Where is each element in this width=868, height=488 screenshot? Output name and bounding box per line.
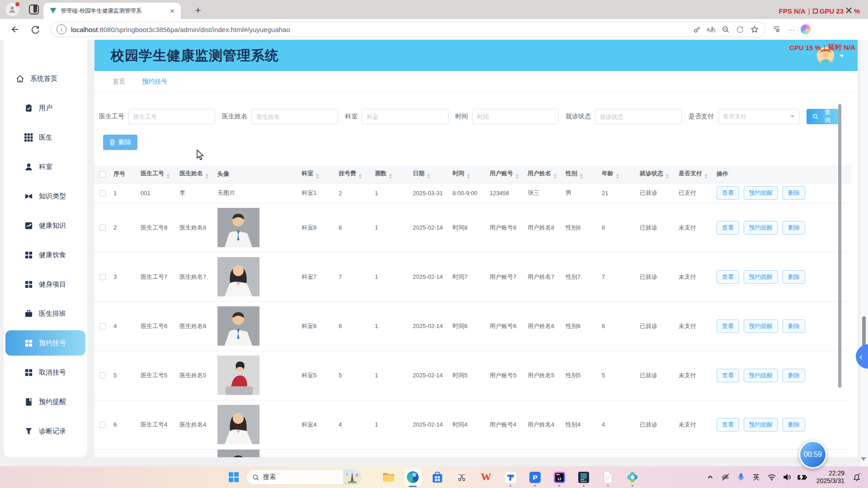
filter-input-科室[interactable] xyxy=(362,109,448,124)
sort-carets-icon[interactable] xyxy=(427,174,430,179)
sidebar-item-取消挂号[interactable]: 取消挂号 xyxy=(4,358,87,387)
row-action-查看[interactable]: 查看 xyxy=(717,270,739,284)
sidebar-item-系统首页[interactable]: 系统首页 xyxy=(4,64,87,94)
sidebar-item-预约挂号[interactable]: 预约挂号 xyxy=(5,330,85,356)
zoom-out-icon[interactable] xyxy=(718,22,733,37)
translate-icon[interactable]: aあ xyxy=(704,22,718,37)
row-checkbox[interactable] xyxy=(99,190,106,197)
column-header-挂号费[interactable]: 挂号费 xyxy=(338,165,374,183)
sort-carets-icon[interactable] xyxy=(616,174,619,179)
tab-close-icon[interactable]: ✕ xyxy=(168,7,176,15)
browser-scrollbar-track[interactable] xyxy=(860,40,868,466)
column-header-日期[interactable]: 日期 xyxy=(412,165,452,183)
filter-input-医生工号[interactable] xyxy=(128,109,215,124)
taskbar-app-document-icon[interactable] xyxy=(596,468,620,487)
sidebar-item-科室[interactable]: 科室 xyxy=(4,152,87,182)
filter-input-时间[interactable] xyxy=(472,109,559,124)
filter-select-是否支付[interactable]: 是否支付 xyxy=(718,109,800,124)
collections-icon[interactable] xyxy=(769,22,784,37)
site-info-icon[interactable]: i xyxy=(57,24,66,34)
row-action-查看[interactable]: 查看 xyxy=(717,186,739,200)
address-bar[interactable]: i localhost:8080/springboot3c3856pa/admi… xyxy=(51,22,766,37)
column-header-科室[interactable]: 科室 xyxy=(301,165,338,183)
taskbar-app-intellij-icon[interactable]: IJ xyxy=(547,468,571,487)
taskbar-app-notes-icon[interactable] xyxy=(571,468,596,487)
sort-carets-icon[interactable] xyxy=(359,174,362,179)
scrollbar-down-arrow-icon[interactable] xyxy=(861,457,866,461)
sidebar-item-诊断记录[interactable]: 诊断记录 xyxy=(4,417,87,446)
sort-carets-icon[interactable] xyxy=(515,174,519,179)
taskbar-app-edge-icon[interactable] xyxy=(401,468,425,487)
wifi-icon[interactable] xyxy=(764,469,779,485)
taskbar-clock[interactable]: 22:29 2025/3/31 xyxy=(816,469,844,485)
taskbar-app-docs-blue-icon[interactable] xyxy=(498,468,523,487)
sort-carets-icon[interactable] xyxy=(389,174,392,179)
floating-timer-bubble[interactable]: 00:59 xyxy=(799,441,827,469)
battery-charging-icon[interactable] xyxy=(795,469,810,485)
search-highlight-image[interactable] xyxy=(343,469,361,485)
password-key-icon[interactable] xyxy=(689,22,704,37)
browser-profile-button[interactable] xyxy=(5,3,19,16)
row-action-预约提醒[interactable]: 预约提醒 xyxy=(744,418,778,432)
row-action-删除[interactable]: 删除 xyxy=(783,270,805,284)
column-header-医生姓名[interactable]: 医生姓名 xyxy=(179,165,217,183)
taskbar-app-presentation-p-icon[interactable]: P xyxy=(523,468,547,487)
url-text[interactable]: localhost:8080/springboot3c3856pa/admin/… xyxy=(71,26,689,33)
browser-tab[interactable]: 管理端-校园学生健康监测管理系 ✕ xyxy=(43,3,181,19)
sort-carets-icon[interactable] xyxy=(580,174,583,179)
row-action-查看[interactable]: 查看 xyxy=(717,418,739,432)
onedrive-paused-icon[interactable] xyxy=(718,469,733,485)
sort-carets-icon[interactable] xyxy=(316,174,319,179)
row-action-预约提醒[interactable]: 预约提醒 xyxy=(744,270,778,284)
start-button[interactable] xyxy=(228,471,240,483)
column-header-性别[interactable]: 性别 xyxy=(565,165,601,183)
row-action-查看[interactable]: 查看 xyxy=(717,221,739,235)
column-header-医生工号[interactable]: 医生工号 xyxy=(140,165,179,183)
new-tab-button[interactable]: + xyxy=(192,4,204,17)
column-header-是否支付[interactable]: 是否支付 xyxy=(678,165,716,183)
row-checkbox[interactable] xyxy=(99,274,106,280)
row-action-删除[interactable]: 删除 xyxy=(783,369,805,382)
row-action-预约提醒[interactable]: 预约提醒 xyxy=(744,369,778,382)
row-action-删除[interactable]: 删除 xyxy=(783,221,805,235)
row-checkbox[interactable] xyxy=(99,422,106,428)
sort-carets-icon[interactable] xyxy=(166,174,170,179)
row-action-删除[interactable]: 删除 xyxy=(783,186,805,200)
row-checkbox[interactable] xyxy=(99,225,106,231)
microphone-icon[interactable] xyxy=(733,469,749,485)
column-header-用户账号[interactable]: 用户账号 xyxy=(489,165,527,183)
taskbar-app-wps-icon[interactable]: W xyxy=(474,468,498,487)
copilot-icon[interactable] xyxy=(798,22,813,37)
avatar-dropdown-caret-icon[interactable] xyxy=(840,55,844,57)
sort-carets-icon[interactable] xyxy=(205,174,209,179)
column-header-用户姓名[interactable]: 用户姓名 xyxy=(527,165,565,183)
content-scrollbar-thumb[interactable] xyxy=(838,104,841,388)
row-action-删除[interactable]: 删除 xyxy=(783,418,805,432)
taskbar-app-snipping-tool-icon[interactable] xyxy=(449,468,474,487)
taskbar-app-microsoft-store-icon[interactable] xyxy=(425,468,449,487)
sidebar-item-医生[interactable]: 医生 xyxy=(4,123,87,152)
filter-input-就诊状态[interactable] xyxy=(595,109,682,124)
tab-activity-icon[interactable] xyxy=(29,5,39,14)
nav-tab-首页[interactable]: 首页 xyxy=(113,78,125,86)
sidebar-item-健身项目[interactable]: 健身项目 xyxy=(4,270,87,299)
bulk-delete-button[interactable]: 删除 xyxy=(103,135,137,150)
sort-carets-icon[interactable] xyxy=(665,174,669,179)
sort-carets-icon[interactable] xyxy=(553,174,557,179)
taskbar-app-whiteboard-flower-icon[interactable] xyxy=(620,468,645,487)
back-icon[interactable] xyxy=(7,22,22,37)
select-all-checkbox[interactable] xyxy=(99,171,106,178)
row-action-预约提醒[interactable]: 预约提醒 xyxy=(744,221,778,235)
sidebar-item-医生排班[interactable]: 医生排班 xyxy=(4,299,87,328)
row-checkbox[interactable] xyxy=(99,372,106,379)
sidebar-item-partial[interactable] xyxy=(4,446,87,457)
sidebar-item-健康饮食[interactable]: 健康饮食 xyxy=(4,240,87,270)
column-header-年龄[interactable]: 年龄 xyxy=(601,165,639,183)
row-action-查看[interactable]: 查看 xyxy=(717,369,739,382)
row-action-删除[interactable]: 删除 xyxy=(783,319,805,333)
row-action-预约提醒[interactable]: 预约提醒 xyxy=(744,319,778,333)
taskbar-search-box[interactable]: 搜索 xyxy=(246,469,362,485)
column-header-就诊状态[interactable]: 就诊状态 xyxy=(639,165,678,183)
search-button[interactable]: 查询 xyxy=(807,109,840,124)
volume-icon[interactable] xyxy=(779,469,795,485)
